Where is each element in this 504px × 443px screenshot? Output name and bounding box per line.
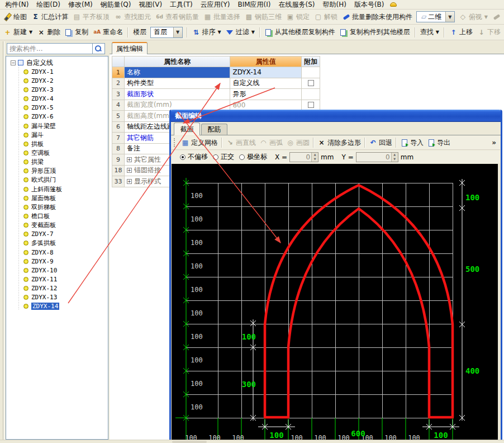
property-value[interactable]: 异形	[230, 89, 302, 100]
expand-icon[interactable]: +	[127, 157, 132, 162]
tree-item-label: 欧式拱门	[31, 176, 56, 184]
tree-item[interactable]: ZDYX-14	[6, 302, 108, 311]
button-label: 钢筋三维	[255, 12, 282, 22]
spinner-buttons[interactable]: ▲▼	[391, 153, 398, 162]
复制-button[interactable]: 复制	[63, 27, 90, 37]
property-value[interactable]: ZDYX-14	[230, 67, 302, 78]
dialog-tab-配筋[interactable]: 配筋	[201, 124, 227, 135]
tree-item[interactable]: 拱板	[6, 139, 108, 148]
collapse-icon[interactable]: −	[11, 60, 16, 65]
radio-不偏移[interactable]	[180, 154, 186, 160]
导出-button[interactable]: 导出	[425, 138, 452, 148]
menu-item[interactable]: 工具(T)	[166, 0, 197, 10]
tree-item[interactable]: ZDYX-10	[6, 266, 108, 275]
tree-item[interactable]: ZDYX-13	[6, 293, 108, 302]
回退-button[interactable]: ↶回退	[367, 138, 394, 148]
tree-item[interactable]: 漏斗	[6, 130, 108, 139]
重命名-button[interactable]: aA重命名	[91, 27, 125, 37]
tree-item[interactable]: 屋面饰板	[6, 194, 108, 202]
tree-item[interactable]: ZDYX-8	[6, 248, 108, 257]
tree-item[interactable]: 双折梯板	[6, 202, 108, 211]
chevron-down-icon[interactable]: ▼	[173, 27, 182, 37]
导入-button[interactable]: 导入	[398, 138, 425, 148]
tree-item-label: 拱梁	[31, 158, 44, 166]
button-label: 查看钢筋量	[165, 12, 199, 22]
expand-icon[interactable]: +	[127, 179, 132, 184]
dialog-title-bar[interactable]: 截面编辑	[171, 110, 501, 122]
tree-item[interactable]: ZDYX-9	[6, 257, 108, 266]
expand-icon[interactable]: +	[127, 168, 132, 173]
menu-item[interactable]: 云应用(Y)	[197, 0, 234, 10]
绘图-button[interactable]: 绘图	[2, 12, 28, 22]
chevron-down-icon[interactable]: ▼	[445, 12, 454, 22]
property-row[interactable]: 2构件类型自定义线	[112, 78, 320, 89]
tree-item[interactable]: 欧式拱门	[6, 176, 108, 185]
tree-item[interactable]: ZDYX-6	[6, 112, 108, 121]
tree-root-item[interactable]: −自定义线	[6, 58, 108, 67]
tree-item[interactable]: ZDYX-12	[6, 284, 108, 293]
toolbar-combo[interactable]: ▱二维▼	[416, 11, 455, 22]
x-coordinate-input[interactable]: 0▲▼	[289, 152, 318, 162]
tree-item[interactable]: 漏斗梁壁	[6, 121, 108, 130]
menu-item[interactable]: 视图(V)	[135, 0, 166, 10]
spinner-buttons[interactable]: ▲▼	[311, 153, 318, 162]
radio-label: 正交	[221, 152, 234, 162]
search-input[interactable]	[7, 43, 93, 54]
component-gear-icon	[23, 241, 28, 246]
svg-text:100: 100	[434, 431, 448, 440]
tree-item[interactable]: ZDYX-1	[6, 67, 108, 76]
toolbar-overflow-chevron[interactable]: »	[492, 139, 498, 147]
menu-item[interactable]: 绘图(D)	[32, 0, 64, 10]
tab-property-editor[interactable]: 属性编辑	[112, 42, 148, 54]
定义网格-button[interactable]: ▦定义网格	[179, 138, 220, 148]
排序-button[interactable]: ⇅排序▼	[191, 27, 223, 37]
tree-item[interactable]: 异形压顶	[6, 167, 108, 176]
extra-checkbox[interactable]	[308, 80, 314, 86]
tree-item[interactable]: ZDYX-3	[6, 85, 108, 94]
line-icon: ↘	[226, 139, 234, 147]
menu-item[interactable]: 在线服务(S)	[275, 0, 319, 10]
新建-button[interactable]: +新建▼	[2, 27, 34, 37]
y-coordinate-input[interactable]: 0▲▼	[356, 152, 398, 162]
批量删除未使用构件-button[interactable]: 批量删除未使用构件	[340, 12, 414, 22]
search-button[interactable]	[93, 43, 105, 54]
过滤-button[interactable]: 过滤▼	[224, 27, 256, 37]
menu-item[interactable]: 钢筋量(Q)	[97, 0, 135, 10]
汇总计算-button[interactable]: Σ汇总计算	[30, 12, 70, 22]
property-value[interactable]: 自定义线	[230, 78, 302, 89]
tree-item[interactable]: ZDYX-5	[6, 103, 108, 112]
tree-item[interactable]: 拱梁	[6, 158, 108, 167]
menu-item[interactable]: BIM应用(I)	[234, 0, 274, 10]
tree-item[interactable]: ZDYX-2	[6, 76, 108, 85]
dialog-tab-截面[interactable]: 截面	[174, 122, 200, 135]
tree-item[interactable]: ZDYX-7	[6, 230, 108, 239]
radio-正交[interactable]	[213, 154, 218, 160]
dialog-resize-grip[interactable]	[172, 441, 207, 443]
清除多边形-button[interactable]: ×清除多边形	[316, 138, 363, 148]
tree-item[interactable]: 多弧拱板	[6, 239, 108, 248]
tree-item-label: 变截面板	[31, 221, 56, 229]
查找-button[interactable]: 查找▼	[419, 27, 441, 37]
menu-item[interactable]: 版本号(B)	[350, 0, 388, 10]
radio-label: 极坐标	[247, 152, 267, 162]
tree-item[interactable]: ZDYX-11	[6, 275, 108, 284]
property-row[interactable]: 1名称ZDYX-14	[112, 67, 320, 78]
tree-item[interactable]: 上斜雨篷板	[6, 185, 108, 194]
menu-item[interactable]: 帮助(H)	[318, 0, 350, 10]
menu-item[interactable]: 修改(M)	[64, 0, 97, 10]
从其他楼层复制构件-button[interactable]: 从其他楼层复制构件	[263, 27, 337, 37]
复制构件到其他楼层-button[interactable]: 复制构件到其他楼层	[338, 27, 412, 37]
extra-checkbox[interactable]	[308, 102, 314, 108]
property-row[interactable]: 3截面形状异形	[112, 89, 320, 100]
tree-item[interactable]: 变截面板	[6, 221, 108, 230]
radio-极坐标[interactable]	[239, 154, 245, 160]
section-canvas-area[interactable]: 1001001001001001001001001001001001001001…	[172, 164, 498, 443]
toolbar-combo[interactable]: 首层▼	[150, 27, 182, 38]
删除-button[interactable]: ×删除	[35, 27, 62, 37]
tree-item[interactable]: ZDYX-4	[6, 95, 108, 103]
tree-item[interactable]: 檐口板	[6, 211, 108, 220]
menu-item[interactable]: 构件(N)	[1, 0, 32, 10]
上移-button[interactable]: ↑上移	[448, 27, 474, 37]
copy-to-icon	[340, 29, 348, 36]
tree-item[interactable]: 空调板	[6, 148, 108, 157]
